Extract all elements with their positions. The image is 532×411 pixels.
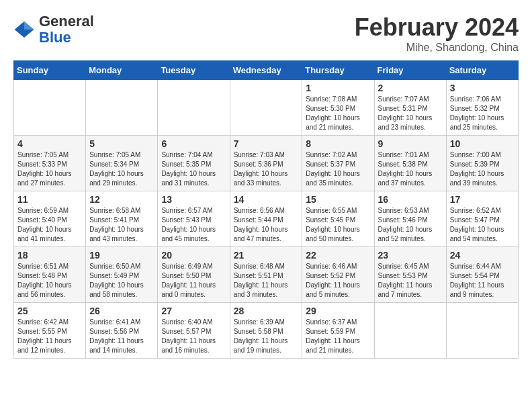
day-info: Sunrise: 6:53 AMSunset: 5:46 PMDaylight:… bbox=[378, 206, 443, 244]
calendar-cell: 2Sunrise: 7:07 AMSunset: 5:31 PMDaylight… bbox=[374, 80, 446, 136]
location-title: Mihe, Shandong, China bbox=[355, 42, 519, 54]
day-info: Sunrise: 6:55 AMSunset: 5:45 PMDaylight:… bbox=[306, 206, 370, 244]
calendar-cell: 22Sunrise: 6:46 AMSunset: 5:52 PMDayligh… bbox=[302, 247, 374, 303]
day-info: Sunrise: 6:58 AMSunset: 5:41 PMDaylight:… bbox=[89, 206, 154, 244]
weekday-sunday: Sunday bbox=[14, 61, 86, 80]
calendar-cell: 3Sunrise: 7:06 AMSunset: 5:32 PMDaylight… bbox=[446, 80, 518, 136]
day-number: 6 bbox=[161, 138, 226, 149]
calendar-cell: 7Sunrise: 7:03 AMSunset: 5:36 PMDaylight… bbox=[230, 136, 302, 191]
day-info: Sunrise: 7:04 AMSunset: 5:35 PMDaylight:… bbox=[161, 150, 226, 188]
day-number: 25 bbox=[17, 306, 82, 316]
calendar-cell bbox=[158, 80, 230, 136]
day-info: Sunrise: 7:06 AMSunset: 5:32 PMDaylight:… bbox=[450, 95, 515, 132]
day-info: Sunrise: 6:42 AMSunset: 5:55 PMDaylight:… bbox=[17, 318, 82, 355]
day-number: 19 bbox=[89, 250, 154, 261]
calendar-cell: 21Sunrise: 6:48 AMSunset: 5:51 PMDayligh… bbox=[230, 247, 302, 303]
day-info: Sunrise: 7:07 AMSunset: 5:31 PMDaylight:… bbox=[378, 95, 443, 132]
calendar-cell: 27Sunrise: 6:40 AMSunset: 5:57 PMDayligh… bbox=[158, 303, 230, 359]
calendar-cell: 13Sunrise: 6:57 AMSunset: 5:43 PMDayligh… bbox=[158, 191, 230, 247]
day-number: 4 bbox=[17, 138, 82, 149]
day-number: 3 bbox=[450, 83, 515, 93]
weekday-saturday: Saturday bbox=[446, 61, 518, 80]
day-number: 17 bbox=[450, 194, 515, 205]
weekday-tuesday: Tuesday bbox=[158, 61, 230, 80]
calendar-cell: 1Sunrise: 7:08 AMSunset: 5:30 PMDaylight… bbox=[302, 80, 374, 136]
day-number: 22 bbox=[306, 250, 370, 261]
calendar-cell: 12Sunrise: 6:58 AMSunset: 5:41 PMDayligh… bbox=[86, 191, 158, 247]
day-info: Sunrise: 6:46 AMSunset: 5:52 PMDaylight:… bbox=[306, 262, 370, 300]
weekday-thursday: Thursday bbox=[302, 61, 374, 80]
week-row-4: 18Sunrise: 6:51 AMSunset: 5:48 PMDayligh… bbox=[14, 247, 519, 303]
weekday-wednesday: Wednesday bbox=[230, 61, 302, 80]
calendar-cell: 5Sunrise: 7:05 AMSunset: 5:34 PMDaylight… bbox=[86, 136, 158, 191]
day-number: 23 bbox=[378, 250, 443, 261]
day-number: 7 bbox=[234, 138, 299, 149]
calendar-cell: 11Sunrise: 6:59 AMSunset: 5:40 PMDayligh… bbox=[14, 191, 86, 247]
calendar-cell: 17Sunrise: 6:52 AMSunset: 5:47 PMDayligh… bbox=[446, 191, 518, 247]
calendar-cell: 9Sunrise: 7:01 AMSunset: 5:38 PMDaylight… bbox=[374, 136, 446, 191]
day-number: 16 bbox=[378, 194, 443, 205]
logo-blue: Blue bbox=[39, 29, 71, 46]
calendar-cell: 28Sunrise: 6:39 AMSunset: 5:58 PMDayligh… bbox=[230, 303, 302, 359]
calendar-cell: 6Sunrise: 7:04 AMSunset: 5:35 PMDaylight… bbox=[158, 136, 230, 191]
calendar-cell: 8Sunrise: 7:02 AMSunset: 5:37 PMDaylight… bbox=[302, 136, 374, 191]
week-row-5: 25Sunrise: 6:42 AMSunset: 5:55 PMDayligh… bbox=[14, 303, 519, 359]
day-number: 8 bbox=[306, 138, 370, 149]
weekday-header-row: SundayMondayTuesdayWednesdayThursdayFrid… bbox=[14, 61, 519, 80]
weekday-monday: Monday bbox=[86, 61, 158, 80]
day-number: 20 bbox=[161, 250, 226, 261]
header: General Blue February 2024 Mihe, Shandon… bbox=[13, 13, 519, 54]
day-info: Sunrise: 6:49 AMSunset: 5:50 PMDaylight:… bbox=[161, 262, 226, 300]
day-info: Sunrise: 6:37 AMSunset: 5:59 PMDaylight:… bbox=[306, 318, 370, 355]
day-number: 13 bbox=[161, 194, 226, 205]
week-row-2: 4Sunrise: 7:05 AMSunset: 5:33 PMDaylight… bbox=[14, 136, 519, 191]
day-number: 14 bbox=[234, 194, 299, 205]
day-number: 2 bbox=[378, 83, 443, 93]
week-row-1: 1Sunrise: 7:08 AMSunset: 5:30 PMDaylight… bbox=[14, 80, 519, 136]
calendar-cell: 15Sunrise: 6:55 AMSunset: 5:45 PMDayligh… bbox=[302, 191, 374, 247]
logo-icon bbox=[13, 19, 35, 40]
day-number: 9 bbox=[378, 138, 443, 149]
logo: General Blue bbox=[13, 13, 94, 46]
day-number: 29 bbox=[306, 306, 370, 316]
calendar: SundayMondayTuesdayWednesdayThursdayFrid… bbox=[13, 60, 519, 359]
day-info: Sunrise: 7:02 AMSunset: 5:37 PMDaylight:… bbox=[306, 150, 370, 188]
calendar-cell: 19Sunrise: 6:50 AMSunset: 5:49 PMDayligh… bbox=[86, 247, 158, 303]
logo-general: General bbox=[39, 13, 94, 30]
day-info: Sunrise: 7:08 AMSunset: 5:30 PMDaylight:… bbox=[306, 95, 370, 132]
day-number: 11 bbox=[17, 194, 82, 205]
calendar-cell: 23Sunrise: 6:45 AMSunset: 5:53 PMDayligh… bbox=[374, 247, 446, 303]
day-info: Sunrise: 6:44 AMSunset: 5:54 PMDaylight:… bbox=[450, 262, 515, 300]
calendar-cell bbox=[446, 303, 518, 359]
calendar-cell: 16Sunrise: 6:53 AMSunset: 5:46 PMDayligh… bbox=[374, 191, 446, 247]
calendar-cell bbox=[14, 80, 86, 136]
calendar-cell: 29Sunrise: 6:37 AMSunset: 5:59 PMDayligh… bbox=[302, 303, 374, 359]
calendar-cell bbox=[374, 303, 446, 359]
title-area: February 2024 Mihe, Shandong, China bbox=[355, 13, 519, 54]
calendar-cell: 26Sunrise: 6:41 AMSunset: 5:56 PMDayligh… bbox=[86, 303, 158, 359]
day-info: Sunrise: 6:52 AMSunset: 5:47 PMDaylight:… bbox=[450, 206, 515, 244]
calendar-header: SundayMondayTuesdayWednesdayThursdayFrid… bbox=[14, 61, 519, 80]
day-number: 15 bbox=[306, 194, 370, 205]
day-info: Sunrise: 7:00 AMSunset: 5:39 PMDaylight:… bbox=[450, 150, 515, 188]
day-info: Sunrise: 7:01 AMSunset: 5:38 PMDaylight:… bbox=[378, 150, 443, 188]
day-number: 26 bbox=[89, 306, 154, 316]
calendar-cell: 14Sunrise: 6:56 AMSunset: 5:44 PMDayligh… bbox=[230, 191, 302, 247]
svg-marker-1 bbox=[24, 21, 34, 30]
day-number: 21 bbox=[234, 250, 299, 261]
day-number: 5 bbox=[89, 138, 154, 149]
calendar-body: 1Sunrise: 7:08 AMSunset: 5:30 PMDaylight… bbox=[14, 80, 519, 359]
day-info: Sunrise: 6:50 AMSunset: 5:49 PMDaylight:… bbox=[89, 262, 154, 300]
day-number: 28 bbox=[234, 306, 299, 316]
day-number: 24 bbox=[450, 250, 515, 261]
day-info: Sunrise: 6:51 AMSunset: 5:48 PMDaylight:… bbox=[17, 262, 82, 300]
day-number: 12 bbox=[89, 194, 154, 205]
month-title: February 2024 bbox=[355, 13, 519, 42]
day-info: Sunrise: 6:56 AMSunset: 5:44 PMDaylight:… bbox=[234, 206, 299, 244]
calendar-cell: 20Sunrise: 6:49 AMSunset: 5:50 PMDayligh… bbox=[158, 247, 230, 303]
day-info: Sunrise: 6:41 AMSunset: 5:56 PMDaylight:… bbox=[89, 318, 154, 355]
day-info: Sunrise: 6:57 AMSunset: 5:43 PMDaylight:… bbox=[161, 206, 226, 244]
calendar-cell bbox=[230, 80, 302, 136]
calendar-cell: 10Sunrise: 7:00 AMSunset: 5:39 PMDayligh… bbox=[446, 136, 518, 191]
day-info: Sunrise: 7:05 AMSunset: 5:34 PMDaylight:… bbox=[89, 150, 154, 188]
